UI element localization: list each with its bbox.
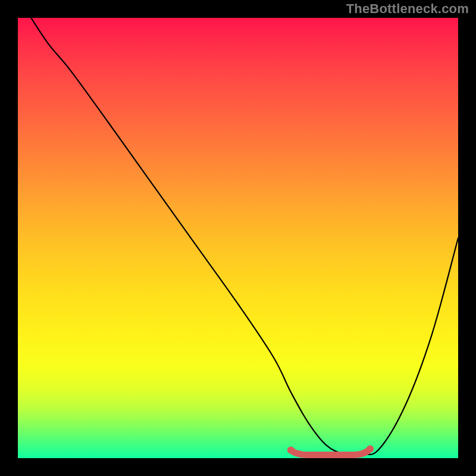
trough-highlight (291, 449, 370, 455)
trough-cap-right (367, 446, 374, 453)
chart-frame: TheBottleneck.com (0, 0, 476, 476)
bottleneck-curve (31, 18, 458, 455)
trough-cap-left (287, 447, 295, 454)
plot-area (18, 18, 458, 458)
curve-svg (18, 18, 458, 458)
watermark-text: TheBottleneck.com (346, 1, 469, 17)
